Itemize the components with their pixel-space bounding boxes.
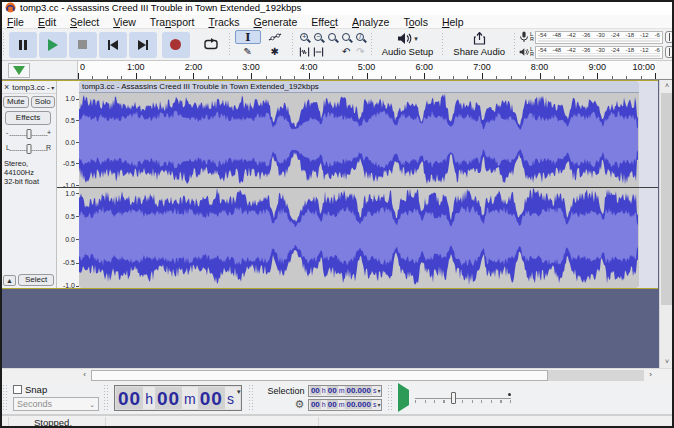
menu-tools[interactable]: Tools <box>396 15 435 29</box>
pan-slider[interactable]: L R <box>5 142 52 155</box>
menu-view[interactable]: View <box>106 15 143 29</box>
time-display[interactable]: 00h00m00s▾ <box>114 385 242 411</box>
skip-to-end-button[interactable] <box>129 32 157 58</box>
toolbar-grip[interactable] <box>291 32 295 57</box>
toolbar-grip[interactable] <box>228 32 232 57</box>
pause-button[interactable] <box>9 32 37 58</box>
empty-track-area[interactable] <box>639 81 658 288</box>
gain-slider[interactable]: - + <box>5 127 52 140</box>
timeline-ruler[interactable]: 01:002:003:004:005:006:007:008:009:0010:… <box>78 61 656 79</box>
trim-audio-button[interactable] <box>298 45 311 59</box>
toolbar-grip[interactable] <box>103 384 108 411</box>
gain-slider-thumb[interactable] <box>26 129 31 139</box>
effects-button[interactable]: Effects <box>5 111 51 125</box>
zoom-selection-button[interactable] <box>326 30 339 44</box>
time-digits-s[interactable]: 00 <box>198 387 225 409</box>
playback-meter-slider[interactable] <box>665 46 674 58</box>
sel-digits[interactable]: 00 <box>327 386 338 395</box>
toolbar-grip[interactable] <box>2 32 6 57</box>
vertical-scroll-thumb[interactable] <box>661 93 674 305</box>
playback-meter-bar[interactable]: -54-48-42-36-30-24-18-12-6 <box>535 46 663 59</box>
menu-tracks[interactable]: Tracks <box>201 15 246 29</box>
menu-analyze[interactable]: Analyze <box>345 15 396 29</box>
toolbar-grip[interactable] <box>2 384 7 411</box>
snap-mode-select[interactable]: Seconds ⌄ <box>13 397 99 411</box>
clip-title[interactable]: tomp3.cc - Assassins Creed III Trouble i… <box>79 81 639 93</box>
undo-button[interactable]: ↶ <box>340 45 353 59</box>
record-button[interactable] <box>162 32 190 58</box>
solo-button[interactable]: Solo <box>31 96 55 108</box>
zoom-in-button[interactable]: + <box>298 30 311 44</box>
scroll-down-icon[interactable]: ˅ <box>660 356 674 368</box>
menu-file[interactable]: File <box>0 15 31 29</box>
timeline-options-button[interactable] <box>8 63 30 78</box>
scroll-up-icon[interactable]: ˄ <box>660 80 674 92</box>
sel-field-caret-icon[interactable]: ▾ <box>377 386 380 395</box>
loop-button[interactable] <box>197 32 225 58</box>
menu-help[interactable]: Help <box>435 15 471 29</box>
toolbar-grip[interactable] <box>513 32 517 57</box>
audio-clip[interactable]: tomp3.cc - Assassins Creed III Trouble i… <box>79 81 639 288</box>
envelope-tool-button[interactable] <box>262 30 288 44</box>
play-at-speed-button[interactable] <box>398 390 409 405</box>
mute-button[interactable]: Mute <box>3 96 29 108</box>
menu-generate[interactable]: Generate <box>247 15 305 29</box>
time-display-caret-icon[interactable]: ▾ <box>236 387 241 409</box>
track-menu-caret-icon[interactable]: ▾ <box>51 84 54 91</box>
sel-digits[interactable]: 00.000 <box>345 400 371 409</box>
recording-meter-slider[interactable] <box>665 31 674 43</box>
silence-audio-button[interactable] <box>312 45 325 59</box>
horizontal-scrollbar[interactable]: ‹ › <box>0 368 674 381</box>
toolbar-grip[interactable] <box>248 384 253 411</box>
recording-meter[interactable]: LR -54-48-42-36-30-24-18-12-6 <box>519 30 674 44</box>
close-track-icon[interactable]: × <box>1 81 12 94</box>
snapping-toolbar: Snap Seconds ⌄ <box>9 381 101 414</box>
horizontal-scroll-track[interactable] <box>91 370 644 381</box>
share-audio-button[interactable]: Share Audio <box>447 29 511 59</box>
stop-button[interactable] <box>69 32 97 58</box>
vertical-scale-ruler[interactable]: 1.00.50.0-0.5-1.0 1.00.50.0-0.5-1.0 <box>57 81 79 288</box>
speed-slider-thumb[interactable] <box>451 392 456 404</box>
zoom-fit-button[interactable] <box>340 30 353 44</box>
sel-field-caret-icon[interactable]: ▾ <box>377 400 380 409</box>
selection-tool-button[interactable]: I <box>235 30 261 44</box>
zoom-toggle-button[interactable]: / <box>354 30 367 44</box>
draw-tool-button[interactable]: ✎ <box>235 45 261 59</box>
zoom-out-button[interactable]: − <box>312 30 325 44</box>
pan-slider-thumb[interactable] <box>26 144 31 154</box>
menu-transport[interactable]: Transport <box>143 15 202 29</box>
snap-checkbox[interactable] <box>13 385 22 394</box>
track-select-button[interactable]: Select <box>18 274 54 286</box>
play-button[interactable] <box>39 32 67 58</box>
time-digits-m[interactable]: 00 <box>155 387 182 409</box>
menu-effect[interactable]: Effect <box>304 15 345 29</box>
time-digits-h[interactable]: 00 <box>116 387 143 409</box>
collapse-track-button[interactable]: ▲ <box>3 275 16 286</box>
menu-edit[interactable]: Edit <box>31 15 63 29</box>
audio-setup-button[interactable]: ▾ Audio Setup <box>376 29 440 59</box>
selection-settings-gear-icon[interactable]: ⚙ <box>295 399 305 410</box>
toolbar-grip[interactable] <box>441 32 445 57</box>
sel-digits[interactable]: 00.000 <box>345 386 371 395</box>
waveform-left-channel[interactable] <box>79 93 639 186</box>
vertical-scrollbar[interactable]: ˄ ˅ <box>659 80 674 368</box>
ruler-tick-major <box>193 73 194 79</box>
recording-meter-bar[interactable]: -54-48-42-36-30-24-18-12-6 <box>535 31 663 44</box>
sel-digits[interactable]: 00 <box>310 400 321 409</box>
sel-digits[interactable]: 00 <box>327 400 338 409</box>
sel-digits[interactable]: 00 <box>310 386 321 395</box>
waveform-right-channel[interactable] <box>79 186 639 286</box>
multi-tool-button[interactable]: ✱ <box>262 45 288 59</box>
playback-meter[interactable]: LR -54-48-42-36-30-24-18-12-6 <box>519 45 674 59</box>
selection-start-field[interactable]: 00h00m00.000s▾ <box>308 385 382 397</box>
status-bar: Stopped. <box>0 415 674 428</box>
selection-end-field[interactable]: 00h00m00.000s▾ <box>308 399 382 411</box>
skip-to-start-button[interactable] <box>99 32 127 58</box>
playback-speed-slider[interactable] <box>415 391 511 405</box>
redo-button[interactable]: ↷ <box>354 45 367 59</box>
horizontal-scroll-thumb[interactable] <box>91 370 548 381</box>
track-name[interactable]: tomp3.cc - A <box>12 83 50 92</box>
toolbar-grip[interactable] <box>370 32 374 57</box>
toolbar-grip[interactable] <box>387 384 392 411</box>
menu-select[interactable]: Select <box>63 15 106 29</box>
